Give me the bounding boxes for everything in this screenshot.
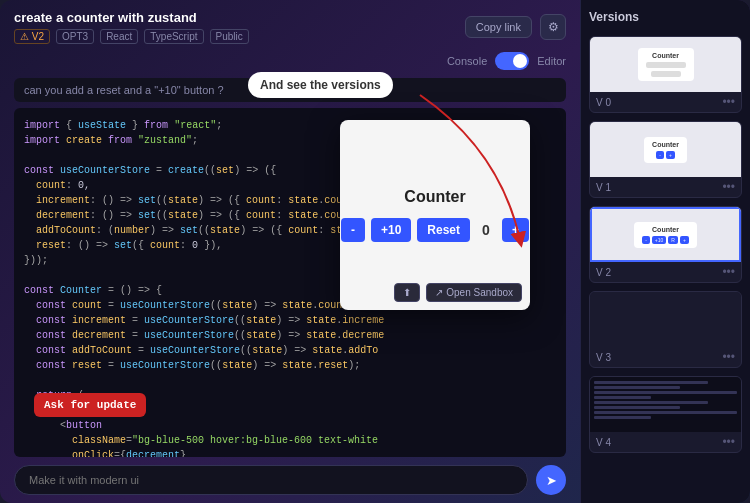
open-sandbox-button[interactable]: ↗ Open Sandbox xyxy=(426,283,522,302)
version-menu-v1[interactable]: ••• xyxy=(722,180,735,194)
send-icon: ➤ xyxy=(546,473,557,488)
version-preview-v4 xyxy=(590,377,741,432)
console-editor-toggle[interactable] xyxy=(495,52,529,70)
version-menu-v3[interactable]: ••• xyxy=(722,350,735,364)
tag-react: React xyxy=(100,29,138,44)
version-footer-v2: V 2 ••• xyxy=(590,262,741,282)
version-preview-v0: Counter xyxy=(590,37,741,92)
annotation-text: And see the versions xyxy=(260,78,381,92)
minus-button[interactable]: - xyxy=(341,218,365,242)
app-container: create a counter with zustand ⚠ V2 OPT3 … xyxy=(0,0,750,503)
version-footer-v4: V 4 ••• xyxy=(590,432,741,452)
open-sandbox-icon: ↗ xyxy=(435,287,443,298)
version-preview-v1: Counter - + xyxy=(590,122,741,177)
copy-link-button[interactable]: Copy link xyxy=(465,16,532,38)
versions-title: Versions xyxy=(589,10,742,28)
bottom-input-bar: ➤ xyxy=(0,457,580,503)
version-preview-inner-v2: Counter - +10 R + xyxy=(634,222,697,248)
plus10-button[interactable]: +10 xyxy=(371,218,411,242)
ask-update-label[interactable]: Ask for update xyxy=(34,393,146,418)
preview-title: Counter xyxy=(404,188,465,206)
version-menu-v2[interactable]: ••• xyxy=(722,265,735,279)
prompt-text: can you add a reset and a "+10" button ? xyxy=(24,84,224,96)
version-label-v1: V 1 xyxy=(596,182,611,193)
tag-typescript: TypeScript xyxy=(144,29,203,44)
annotation-bubble: And see the versions xyxy=(248,72,393,98)
open-sandbox-label: Open Sandbox xyxy=(446,287,513,298)
plus-button[interactable]: + xyxy=(502,218,529,242)
editor-label: Editor xyxy=(537,55,566,67)
version-menu-v0[interactable]: ••• xyxy=(722,95,735,109)
version-footer-v1: V 1 ••• xyxy=(590,177,741,197)
version-footer-v0: V 0 ••• xyxy=(590,92,741,112)
counter-controls: - +10 Reset 0 + xyxy=(341,218,529,242)
console-editor-bar: Console Editor xyxy=(0,50,580,74)
header-left: create a counter with zustand ⚠ V2 OPT3 … xyxy=(14,10,249,44)
version-item-v2[interactable]: Counter - +10 R + V 2 ••• xyxy=(589,206,742,283)
version-preview-inner-v0: Counter xyxy=(638,48,694,81)
version-label-v2: V 2 xyxy=(596,267,611,278)
counter-value: 0 xyxy=(476,222,496,238)
tag-public: Public xyxy=(210,29,249,44)
reset-button[interactable]: Reset xyxy=(417,218,470,242)
settings-icon-button[interactable]: ⚙ xyxy=(540,14,566,40)
version-label-v0: V 0 xyxy=(596,97,611,108)
version-item-v1[interactable]: Counter - + V 1 ••• xyxy=(589,121,742,198)
version-footer-v3: V 3 ••• xyxy=(590,347,741,367)
copy-link-label: Copy link xyxy=(476,21,521,33)
header-tags: ⚠ V2 OPT3 React TypeScript Public xyxy=(14,29,249,44)
project-title: create a counter with zustand xyxy=(14,10,249,25)
tag-opt3: OPT3 xyxy=(56,29,94,44)
header: create a counter with zustand ⚠ V2 OPT3 … xyxy=(0,0,580,50)
version-item-v3[interactable]: V 3 ••• xyxy=(589,291,742,368)
header-right: Copy link ⚙ xyxy=(465,14,566,40)
share-preview-button[interactable]: ⬆ xyxy=(394,283,420,302)
tag-v2: ⚠ V2 xyxy=(14,29,50,44)
version-menu-v4[interactable]: ••• xyxy=(722,435,735,449)
console-label: Console xyxy=(447,55,487,67)
version-label-v4: V 4 xyxy=(596,437,611,448)
version-preview-v3 xyxy=(590,292,741,347)
version-item-v4[interactable]: V 4 ••• xyxy=(589,376,742,453)
version-preview-v2: Counter - +10 R + xyxy=(590,207,741,262)
version-preview-inner-v1: Counter - + xyxy=(644,137,687,163)
versions-panel: Versions Counter V 0 ••• Counter xyxy=(580,0,750,503)
send-button[interactable]: ➤ xyxy=(536,465,566,495)
version-item-v0[interactable]: Counter V 0 ••• xyxy=(589,36,742,113)
version-label-v3: V 3 xyxy=(596,352,611,363)
preview-actions: ⬆ ↗ Open Sandbox xyxy=(394,283,522,302)
message-input[interactable] xyxy=(14,465,528,495)
counter-preview: Counter - +10 Reset 0 + ⬆ ↗ Open Sandbox xyxy=(340,120,530,310)
